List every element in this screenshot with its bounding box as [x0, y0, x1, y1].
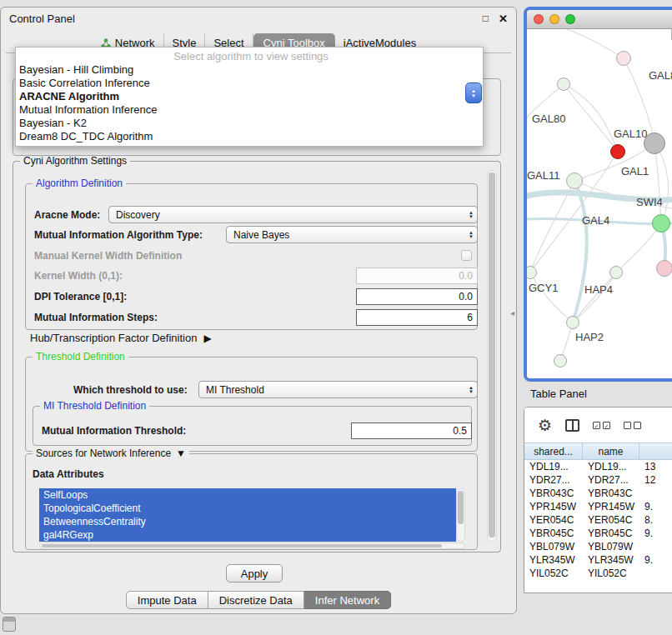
- select-all-icon[interactable]: ✓✓: [593, 422, 610, 429]
- table-row[interactable]: YBL079WYBL079W: [524, 540, 672, 553]
- algorithm-option[interactable]: Basic Correlation Inference: [16, 77, 483, 90]
- attribute-list-item[interactable]: TopologicalCoefficient: [39, 502, 456, 515]
- column-header[interactable]: shared...: [524, 443, 583, 459]
- cyni-bottom-tabs: Impute DataDiscretize DataInfer Network: [1, 591, 516, 609]
- network-node[interactable]: [566, 316, 579, 329]
- table-row[interactable]: YBR043CYBR043C: [524, 487, 672, 500]
- dpi-tolerance-input[interactable]: [356, 288, 478, 305]
- node-label: HAP2: [575, 331, 604, 343]
- table-cell: YLR345W: [524, 553, 583, 567]
- aracne-mode-combobox[interactable]: Discovery ▲▼: [108, 206, 478, 223]
- network-canvas[interactable]: GAL8GAL80GAL10GAL11GAL1SWI4GAL4GCY1HAP4H…: [527, 29, 672, 378]
- table-row[interactable]: YER054CYER054C8.: [524, 513, 672, 527]
- table-cell: YBR043C: [524, 487, 583, 500]
- kernel-width-input[interactable]: [356, 268, 478, 284]
- attribute-list-item[interactable]: SelfLoops: [39, 488, 456, 502]
- network-node[interactable]: [652, 214, 670, 232]
- network-node[interactable]: [656, 260, 672, 277]
- combo-arrows-icon: ▲▼: [469, 386, 474, 394]
- float-window-icon[interactable]: □: [483, 12, 489, 24]
- column-header[interactable]: [639, 443, 672, 459]
- column-header[interactable]: name: [583, 443, 639, 459]
- network-edge[interactable]: [573, 181, 587, 322]
- manual-kernel-checkbox[interactable]: [461, 250, 472, 261]
- attribute-list-item[interactable]: gal4RGexp: [39, 528, 456, 542]
- table-row[interactable]: YDL19...YDL19...13: [524, 460, 672, 473]
- network-node[interactable]: [566, 172, 583, 189]
- algorithm-option[interactable]: Bayesian - K2: [16, 117, 483, 130]
- sources-group-title[interactable]: Sources for Network Inference ▼: [33, 448, 189, 459]
- mi-threshold-input[interactable]: [351, 422, 472, 439]
- control-panel-titlebar[interactable]: Control Panel □ ✕: [1, 8, 516, 29]
- table-row[interactable]: YPR145WYPR145W9.: [524, 500, 672, 513]
- hub-section-toggle[interactable]: Hub/Transcription Factor Definition ▶: [30, 332, 212, 344]
- algorithm-option[interactable]: Mutual Information Inference: [16, 103, 483, 117]
- algorithm-option[interactable]: Bayesian - Hill Climbing: [16, 63, 483, 77]
- clear-selection-icon[interactable]: [624, 422, 641, 429]
- table-cell: YPR145W: [524, 500, 583, 513]
- network-edge[interactable]: [567, 29, 624, 58]
- algorithm-option[interactable]: ARACNE Algorithm: [16, 90, 483, 103]
- settings-group-title: Cyni Algorithm Settings: [20, 155, 130, 167]
- algorithm-option[interactable]: Dream8 DC_TDC Algorithm: [16, 130, 483, 143]
- combo-arrows-icon: ▲▼: [469, 211, 474, 219]
- table-cell: 9.: [639, 500, 672, 513]
- table-row[interactable]: YDR27...YDR27...12: [524, 473, 672, 487]
- bottom-tab-impute-data[interactable]: Impute Data: [126, 591, 208, 609]
- table-panel-window: ⚙ ✓✓ shared...name YDL19...YDL19...13YDR…: [524, 407, 672, 593]
- data-attributes-list[interactable]: SelfLoopsTopologicalCoefficientBetweenne…: [39, 488, 456, 542]
- mi-steps-input[interactable]: [356, 309, 478, 326]
- network-node[interactable]: [554, 354, 567, 368]
- table-cell: YDL19...: [583, 460, 639, 473]
- network-node[interactable]: [524, 266, 537, 279]
- apply-button[interactable]: Apply: [226, 564, 283, 582]
- settings-vertical-scrollbar[interactable]: [487, 170, 497, 542]
- mi-threshold-group: MI Threshold Definition Mutual Informati…: [33, 406, 472, 446]
- network-window-titlebar[interactable]: [527, 10, 672, 29]
- network-node[interactable]: [616, 51, 631, 66]
- table-row[interactable]: YLR345WYLR345W9.: [524, 553, 672, 567]
- table-cell: [639, 567, 672, 580]
- table-cell: 13: [639, 460, 672, 473]
- attributes-vertical-scrollbar[interactable]: [456, 488, 465, 542]
- minimized-panel-icon[interactable]: [3, 617, 16, 632]
- data-attributes-label: Data Attributes: [33, 466, 104, 482]
- splitter-collapse-arrow[interactable]: ◂: [510, 308, 514, 318]
- node-label: GCY1: [529, 282, 558, 294]
- algorithm-combobox-button[interactable]: ▲ ▼: [465, 82, 482, 103]
- table-cell: [639, 487, 672, 500]
- combo-arrows-icon: ▲▼: [469, 231, 474, 239]
- bottom-tab-infer-network[interactable]: Infer Network: [304, 591, 391, 609]
- network-edge[interactable]: [564, 84, 618, 152]
- mi-type-combobox[interactable]: Naive Bayes ▲▼: [226, 226, 478, 243]
- which-threshold-label: Which threshold to use:: [73, 382, 188, 398]
- aracne-mode-label: Aracne Mode:: [34, 207, 100, 223]
- attribute-list-item[interactable]: BetweennessCentrality: [39, 515, 456, 528]
- table-cell: YDR27...: [524, 473, 583, 487]
- zoom-traffic-light-icon[interactable]: [565, 14, 575, 24]
- manual-kernel-label: Manual Kernel Width Definition: [34, 248, 182, 264]
- network-edge[interactable]: [616, 223, 661, 272]
- table-row[interactable]: YIL052CYIL052C: [524, 567, 672, 580]
- attributes-horizontal-scrollbar[interactable]: [39, 542, 465, 549]
- network-edge[interactable]: [654, 143, 661, 223]
- network-node[interactable]: [557, 78, 570, 91]
- mi-steps-label: Mutual Information Steps:: [34, 309, 158, 326]
- node-label: GAL10: [614, 128, 647, 140]
- table-cell: YBL079W: [524, 540, 583, 553]
- table-row[interactable]: YBR045CYBR045C9.: [524, 527, 672, 540]
- network-node[interactable]: [609, 266, 623, 279]
- sources-group: Sources for Network Inference ▼ Data Att…: [25, 453, 478, 550]
- gear-icon[interactable]: ⚙: [538, 418, 552, 433]
- minimize-traffic-light-icon[interactable]: [549, 14, 559, 24]
- close-traffic-light-icon[interactable]: [534, 14, 544, 24]
- table-header: shared...name: [524, 442, 672, 460]
- network-edge[interactable]: [654, 143, 669, 223]
- network-edge[interactable]: [530, 272, 573, 322]
- which-threshold-combobox[interactable]: MI Threshold ▲▼: [198, 381, 478, 398]
- network-node[interactable]: [610, 144, 625, 159]
- kernel-width-label: Kernel Width (0,1):: [34, 268, 123, 284]
- close-window-icon[interactable]: ✕: [499, 12, 508, 25]
- bottom-tab-discretize-data[interactable]: Discretize Data: [208, 591, 304, 609]
- columns-icon[interactable]: [565, 419, 579, 432]
